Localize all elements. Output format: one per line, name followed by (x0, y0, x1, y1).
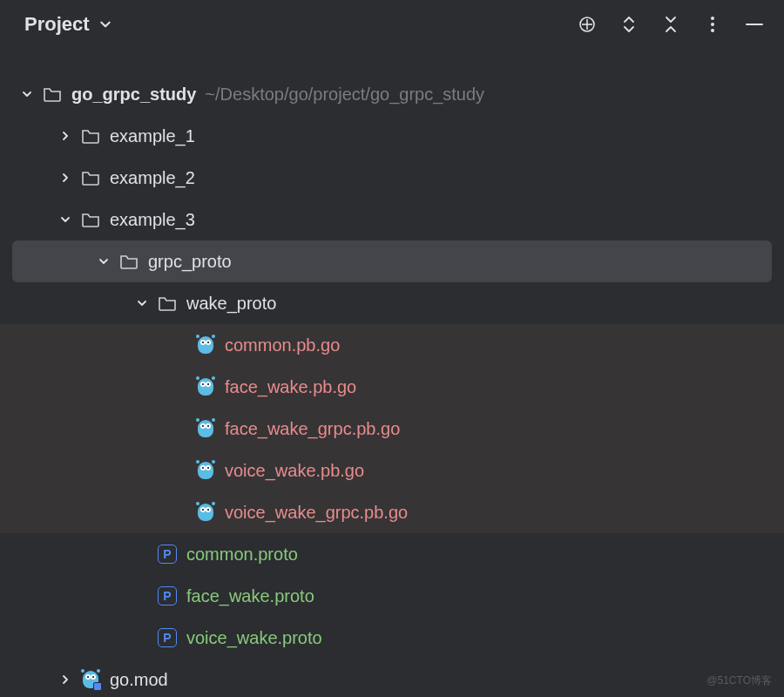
chevron-down-icon[interactable] (17, 85, 37, 104)
chevron-right-icon[interactable] (56, 126, 75, 145)
folder-icon (80, 209, 101, 230)
panel-title: Project (24, 13, 90, 36)
tree-folder-example-2[interactable]: example_2 (0, 157, 784, 199)
go-file-icon (195, 460, 216, 481)
proto-file-icon: P (157, 627, 178, 648)
watermark: @51CTO博客 (706, 673, 772, 688)
folder-label: example_3 (110, 210, 195, 230)
folder-icon (80, 167, 101, 188)
proto-file-icon: P (157, 544, 178, 565)
folder-icon (157, 293, 178, 314)
chevron-down-icon[interactable] (94, 252, 113, 271)
proto-file-icon: P (157, 585, 178, 606)
project-view-selector[interactable]: Project (24, 13, 116, 36)
select-opened-file-icon[interactable] (577, 14, 598, 35)
folder-icon (80, 125, 101, 146)
go-file-icon (195, 502, 216, 523)
more-options-icon[interactable] (702, 14, 723, 35)
file-label: voice_wake.proto (186, 628, 322, 648)
go-file-icon (195, 335, 216, 355)
tree-file-voice-wake-grpc-pb-go[interactable]: voice_wake_grpc.pb.go (0, 491, 784, 533)
file-label: face_wake_grpc.pb.go (225, 419, 400, 439)
tree-folder-grpc-proto[interactable]: grpc_proto (12, 240, 772, 282)
file-label: voice_wake.pb.go (225, 461, 364, 481)
folder-path: ~/Desktop/go/project/go_grpc_study (205, 85, 484, 105)
tree-file-face-wake-grpc-pb-go[interactable]: face_wake_grpc.pb.go (0, 408, 784, 450)
project-tree[interactable]: go_grpc_study ~/Desktop/go/project/go_gr… (0, 49, 784, 697)
chevron-right-icon[interactable] (56, 168, 75, 187)
chevron-down-icon (95, 14, 116, 35)
project-panel-header: Project (0, 0, 784, 49)
tree-file-common-proto[interactable]: P common.proto (0, 533, 784, 575)
tree-file-voice-wake-pb-go[interactable]: voice_wake.pb.go (0, 450, 784, 491)
file-label: face_wake.pb.go (225, 377, 356, 397)
svg-point-3 (711, 17, 714, 20)
go-file-icon (195, 418, 216, 439)
folder-label: grpc_proto (148, 252, 232, 272)
svg-point-4 (711, 23, 714, 26)
folder-icon (118, 251, 139, 272)
file-label: face_wake.proto (186, 586, 314, 606)
collapse-all-icon[interactable] (660, 14, 681, 35)
tree-root-folder[interactable]: go_grpc_study ~/Desktop/go/project/go_gr… (0, 73, 784, 115)
svg-point-5 (711, 29, 714, 32)
tree-folder-wake-proto[interactable]: wake_proto (0, 282, 784, 324)
panel-actions (577, 14, 765, 35)
chevron-right-icon[interactable] (56, 670, 75, 689)
folder-label: example_2 (110, 168, 195, 188)
folder-icon (42, 84, 63, 105)
go-mod-icon (80, 669, 101, 690)
chevron-down-icon[interactable] (132, 294, 152, 313)
tree-file-common-pb-go[interactable]: common.pb.go (0, 324, 784, 366)
folder-label: example_1 (110, 126, 195, 146)
chevron-down-icon[interactable] (56, 210, 75, 229)
file-label: go.mod (110, 670, 168, 690)
file-label: common.proto (186, 545, 298, 565)
file-label: voice_wake_grpc.pb.go (225, 503, 408, 523)
go-file-icon (195, 376, 216, 397)
tree-file-go-mod[interactable]: go.mod (0, 659, 784, 697)
file-label: common.pb.go (225, 335, 340, 355)
tree-folder-example-3[interactable]: example_3 (0, 199, 784, 240)
minimize-icon[interactable] (744, 14, 765, 35)
tree-file-face-wake-proto[interactable]: P face_wake.proto (0, 575, 784, 617)
tree-file-voice-wake-proto[interactable]: P voice_wake.proto (0, 617, 784, 659)
expand-collapse-icon[interactable] (618, 14, 639, 35)
folder-label: wake_proto (186, 294, 276, 314)
folder-label: go_grpc_study (71, 85, 196, 105)
tree-file-face-wake-pb-go[interactable]: face_wake.pb.go (0, 366, 784, 408)
tree-folder-example-1[interactable]: example_1 (0, 115, 784, 157)
